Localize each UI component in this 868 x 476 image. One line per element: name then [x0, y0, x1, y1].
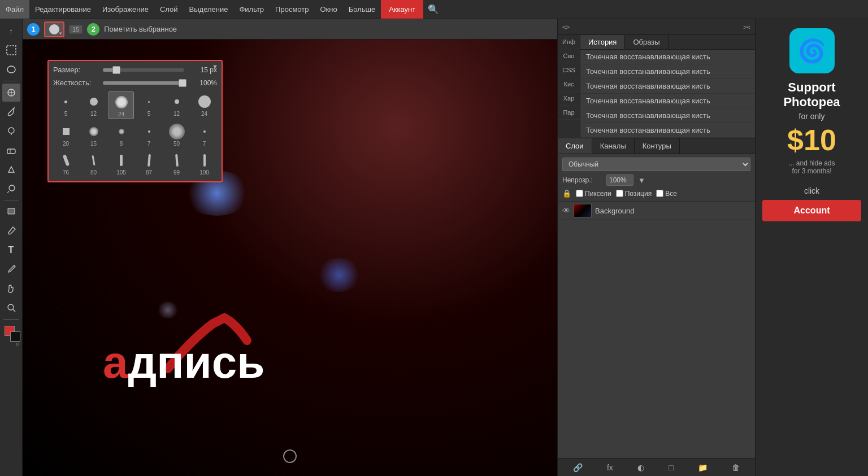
tab-layers[interactable]: Слои [558, 138, 592, 154]
tool-text[interactable]: T [2, 241, 20, 259]
menu-filter[interactable]: Фильтр [233, 0, 270, 19]
color-swatch[interactable]: D [2, 324, 20, 346]
menu-window[interactable]: Окно [314, 0, 342, 19]
menu-file[interactable]: Файл [0, 0, 29, 19]
ad-account-button[interactable]: Account [762, 200, 861, 221]
layers-panel: Слои Каналы Контуры Обычный Непрозр.: 10… [558, 138, 755, 476]
ad-logo-icon: 🌀 [798, 38, 826, 64]
svg-point-1 [7, 66, 15, 73]
tool-healing-brush[interactable] [2, 84, 20, 102]
svg-point-8 [9, 185, 15, 191]
brush-item-5[interactable]: 24 [192, 91, 217, 119]
tool-hand[interactable] [2, 280, 20, 298]
brush-item-14[interactable]: 105 [108, 150, 134, 177]
layer-mask-btn[interactable]: ◐ [634, 462, 648, 473]
layer-group-btn[interactable]: 📁 [695, 462, 711, 473]
lock-pixels-checkbox[interactable] [576, 190, 583, 197]
layer-adjustment-btn[interactable]: □ [665, 462, 676, 473]
lock-all[interactable]: Все [656, 190, 677, 198]
history-entry-2[interactable]: Точечная восстанавливающая кисть [580, 79, 755, 94]
layer-visibility-eye[interactable]: 👁 [562, 206, 570, 215]
side-tab-par[interactable]: Пар [558, 106, 580, 120]
brush-item-0[interactable]: 5 [53, 91, 79, 119]
layer-link-btn[interactable]: 🔗 [570, 462, 586, 473]
tool-eraser[interactable] [2, 141, 20, 159]
canvas-text: адпись [103, 337, 264, 388]
brush-item-4[interactable]: 12 [164, 91, 189, 119]
brush-item-12[interactable]: 76 [53, 150, 79, 177]
layer-delete-btn[interactable]: 🗑 [728, 462, 743, 473]
tab-images[interactable]: Образы [625, 35, 668, 49]
tool-move[interactable]: ↑ [2, 22, 20, 40]
tool-clone-stamp[interactable] [2, 122, 20, 140]
side-tab-char[interactable]: Хар [558, 91, 580, 106]
brush-item-13[interactable]: 80 [81, 150, 106, 177]
layer-row-background[interactable]: 👁 Background [558, 202, 755, 220]
history-list: Точечная восстанавливающая кисть Точечна… [580, 50, 755, 138]
brush-item-10[interactable]: 50 [164, 121, 189, 148]
brush-item-6[interactable]: 20 [53, 121, 79, 148]
brush-item-3[interactable]: 5 [136, 91, 162, 119]
lock-position[interactable]: Позиция [616, 190, 652, 198]
side-tabs: Инф Сво CSS Кис Хар Пар [558, 35, 580, 138]
tool-selection[interactable] [2, 41, 20, 59]
layer-effects-btn[interactable]: fx [604, 462, 617, 473]
search-icon-button[interactable]: 🔍 [423, 0, 444, 19]
side-tab-css[interactable]: CSS [558, 63, 580, 77]
canvas-text-white: дпись [128, 337, 264, 387]
tab-paths[interactable]: Контуры [635, 138, 680, 154]
menu-more[interactable]: Больше [343, 0, 381, 19]
menu-edit[interactable]: Редактирование [29, 0, 97, 19]
lock-position-checkbox[interactable] [616, 190, 623, 197]
side-tab-props[interactable]: Сво [558, 49, 580, 63]
tool-pen[interactable] [2, 260, 20, 278]
hardness-slider-thumb[interactable] [179, 79, 186, 87]
tool-blur-sharpen[interactable] [2, 160, 20, 178]
side-tab-brush[interactable]: Кис [558, 77, 580, 91]
tool-dodge-burn[interactable] [2, 180, 20, 198]
ad-logo: 🌀 [789, 28, 835, 73]
menu-view[interactable]: Просмотр [270, 0, 314, 19]
brush-item-1[interactable]: 12 [81, 91, 106, 119]
history-entry-3[interactable]: Точечная восстанавливающая кисть [580, 94, 755, 108]
menu-account[interactable]: Аккаунт [381, 0, 423, 19]
brush-item-16[interactable]: 99 [164, 150, 189, 177]
history-entry-1[interactable]: Точечная восстанавливающая кисть [580, 64, 755, 79]
history-entry-0[interactable]: Точечная восстанавливающая кисть [580, 50, 755, 64]
brush-item-17[interactable]: 100 [192, 150, 217, 177]
tool-zoom[interactable] [2, 299, 20, 317]
tab-history[interactable]: История [580, 35, 625, 49]
brush-item-15[interactable]: 87 [136, 150, 162, 177]
brush-item-8[interactable]: 8 [108, 121, 134, 148]
tool-lasso[interactable] [2, 60, 20, 78]
right-panel: <> >< Инф Сво CSS Кис Хар Пар История [557, 19, 755, 476]
tool-fill[interactable] [2, 203, 20, 221]
history-entry-5[interactable]: Точечная восстанавливающая кисть [580, 123, 755, 138]
center-right: 1 ▼ 15 2 Пометить выбранное ▼ Ра [23, 19, 868, 476]
background-color[interactable] [10, 331, 20, 342]
brush-item-11[interactable]: 7 [192, 121, 217, 148]
size-slider-thumb[interactable] [112, 66, 120, 74]
lock-all-checkbox[interactable] [656, 190, 663, 197]
side-tab-info[interactable]: Инф [558, 35, 580, 49]
brush-preview-button[interactable]: ▼ [44, 21, 64, 37]
menu-selection[interactable]: Выделение [184, 0, 234, 19]
brush-popup-close[interactable]: ▼ [212, 63, 218, 70]
tool-brush[interactable] [2, 103, 20, 121]
hardness-slider[interactable] [103, 81, 184, 85]
lock-pixels[interactable]: Пиксели [576, 190, 611, 198]
size-slider[interactable] [103, 68, 184, 72]
brush-item-9[interactable]: 7 [136, 121, 162, 148]
brush-item-7[interactable]: 15 [81, 121, 106, 148]
tool-eyedropper[interactable] [2, 222, 20, 240]
history-entry-4[interactable]: Точечная восстанавливающая кисть [580, 108, 755, 123]
menu-layer[interactable]: Слой [154, 0, 184, 19]
tab-channels[interactable]: Каналы [592, 138, 635, 154]
menu-image[interactable]: Изображение [97, 0, 154, 19]
lock-icon: 🔒 [562, 189, 571, 198]
size-label: Размер: [53, 65, 98, 74]
canvas-circle-target [283, 449, 297, 463]
blend-mode-select[interactable]: Обычный [562, 158, 750, 171]
opacity-dropdown-arrow[interactable]: ▼ [638, 176, 645, 185]
brush-item-2[interactable]: 24 [108, 91, 134, 119]
